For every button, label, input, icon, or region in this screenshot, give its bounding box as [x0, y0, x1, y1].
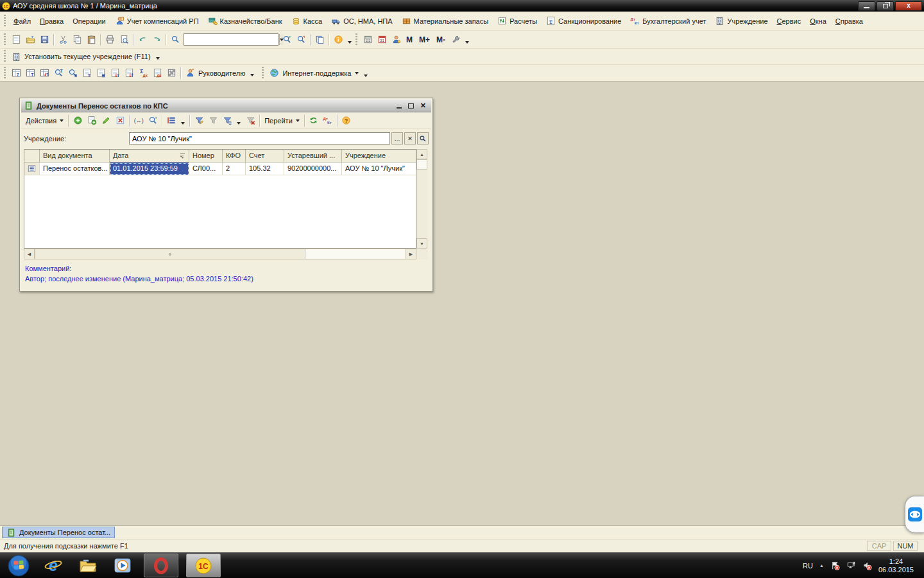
window-close-icon[interactable]: ✕ — [420, 101, 426, 110]
internet-support-button[interactable]: Интернет-поддержка — [267, 67, 361, 79]
action-center-icon[interactable] — [830, 561, 840, 570]
filter-clear-icon[interactable] — [243, 114, 257, 127]
column-header-4[interactable]: КФО — [223, 150, 246, 162]
chevron-down-icon[interactable] — [364, 74, 368, 77]
internet-explorer-button[interactable]: e — [40, 554, 67, 578]
toolbar-grip[interactable] — [355, 33, 357, 46]
calendar-icon[interactable]: 31 — [375, 33, 389, 46]
memory-button-2[interactable]: M- — [433, 35, 449, 44]
document-window-titlebar[interactable]: Документы Перенос остатков по КПС ✕ — [21, 100, 431, 112]
menu-item-6[interactable]: ОС, НМА, НПА — [327, 14, 397, 28]
menu-item-14[interactable]: Справка — [831, 15, 868, 27]
chevron-down-icon[interactable] — [156, 57, 160, 60]
window-maximize-icon[interactable] — [408, 103, 414, 109]
scroll-up-button[interactable]: ▲ — [416, 149, 427, 159]
column-header-3[interactable]: Номер — [189, 150, 223, 162]
table-cell[interactable]: Перенос остатков... — [40, 162, 110, 175]
chevron-down-icon[interactable] — [250, 74, 254, 76]
institution-input[interactable] — [129, 132, 390, 144]
doc-dk-icon[interactable]: ДК — [150, 67, 164, 80]
media-player-button[interactable] — [109, 554, 136, 578]
scroll-right-button[interactable]: ▶ — [406, 249, 416, 259]
user-key-icon[interactable] — [389, 33, 403, 46]
delete-icon[interactable] — [113, 114, 127, 127]
open-icon[interactable] — [23, 33, 37, 46]
window-minimize-icon[interactable] — [397, 107, 402, 109]
search-icon[interactable] — [168, 33, 182, 46]
memory-button-1[interactable]: M+ — [416, 35, 433, 44]
paste-icon[interactable] — [84, 33, 98, 46]
memory-button-0[interactable]: M — [403, 35, 416, 44]
minimize-button[interactable] — [858, 1, 875, 11]
filter-menu-icon[interactable] — [220, 114, 234, 127]
horizontal-scrollbar[interactable]: ◀ ▶ — [24, 249, 427, 259]
filter-set-icon[interactable] — [192, 114, 206, 127]
redo-icon[interactable] — [150, 33, 164, 46]
menu-item-1[interactable]: Правка — [35, 15, 68, 27]
find-t-icon[interactable]: Т — [51, 67, 65, 80]
start-button[interactable] — [5, 554, 32, 578]
menu-item-10[interactable]: ДтКтБухгалтерский учет — [626, 14, 710, 28]
search-combobox[interactable] — [184, 33, 278, 46]
chevron-down-icon[interactable] — [348, 41, 352, 44]
table-cell[interactable]: 105.32 — [246, 162, 284, 175]
cut-icon[interactable] — [56, 33, 70, 46]
column-header-5[interactable]: Счет — [246, 150, 284, 162]
menu-item-11[interactable]: Учреждение — [710, 14, 772, 28]
width-icon[interactable]: (↔) — [132, 114, 146, 127]
summary-table-icon[interactable]: Σ — [9, 67, 23, 80]
table-row[interactable]: Перенос остатков...01.01.2015 23:59:59СЛ… — [24, 162, 416, 175]
menu-item-3[interactable]: Учет компенсаций РП — [110, 14, 203, 28]
filter-icon[interactable] — [206, 114, 220, 127]
chevron-down-icon[interactable] — [465, 41, 469, 44]
print-icon[interactable] — [103, 33, 117, 46]
table-cell[interactable]: 2 — [223, 162, 246, 175]
menu-item-0[interactable]: Файл — [9, 15, 35, 27]
actions-button[interactable]: Действия — [23, 116, 66, 126]
find-next-icon[interactable] — [280, 33, 294, 46]
vertical-scrollbar[interactable]: ▲ ▼ — [416, 149, 427, 249]
manager-button[interactable]: Руководителю — [183, 67, 248, 79]
magnify-button[interactable] — [417, 132, 429, 144]
menu-item-13[interactable]: Окна — [805, 15, 831, 27]
column-header-6[interactable]: Устаревший ... — [284, 150, 342, 162]
add-copy-icon[interactable] — [85, 114, 99, 127]
dtkt-icon[interactable]: ДтКт — [321, 114, 335, 127]
horizontal-scroll-thumb[interactable] — [35, 249, 305, 259]
doc-arrows-t-icon[interactable]: Т — [108, 67, 122, 80]
table-cell[interactable]: 90200000000... — [284, 162, 342, 175]
goto-button[interactable]: Перейти — [262, 116, 302, 126]
volume-muted-icon[interactable] — [862, 561, 872, 570]
doc-arrows-icon[interactable] — [122, 67, 136, 80]
menu-item-7[interactable]: Материальные запасы — [397, 14, 493, 28]
scroll-left-button[interactable]: ◀ — [24, 249, 35, 259]
language-indicator[interactable]: RU — [803, 562, 813, 570]
calc-icon[interactable] — [361, 33, 375, 46]
search-input[interactable] — [184, 35, 279, 44]
network-icon[interactable] — [846, 561, 856, 570]
opera-button[interactable] — [144, 554, 178, 577]
column-header-1[interactable]: Вид документа — [40, 150, 110, 162]
table-cell[interactable]: 01.01.2015 23:59:59 — [110, 162, 189, 175]
column-header-0[interactable] — [24, 150, 40, 162]
clear-button[interactable]: ✕ — [404, 132, 416, 144]
copy-icon[interactable] — [70, 33, 84, 46]
vertical-scroll-track[interactable] — [416, 170, 427, 238]
find-in-list-icon[interactable] — [146, 114, 160, 127]
help-icon[interactable]: ? — [339, 114, 354, 127]
toolbar-grip[interactable] — [4, 50, 6, 63]
toolbar-grip[interactable] — [262, 67, 264, 80]
scroll-down-button[interactable]: ▼ — [416, 238, 427, 249]
ellipsis-button[interactable]: … — [391, 132, 403, 144]
chevron-down-icon[interactable] — [181, 122, 185, 125]
find-list-icon[interactable] — [65, 67, 80, 80]
info-icon[interactable]: i — [331, 33, 345, 46]
table-arrows-icon[interactable] — [37, 67, 51, 80]
add-icon[interactable] — [71, 114, 85, 127]
toolbar-grip[interactable] — [4, 67, 6, 80]
doc-list-icon[interactable] — [94, 67, 108, 80]
horizontal-scroll-track[interactable] — [305, 249, 406, 259]
explorer-button[interactable] — [74, 554, 101, 578]
menu-item-5[interactable]: Касса — [287, 14, 327, 28]
new-doc-icon[interactable] — [9, 33, 23, 46]
